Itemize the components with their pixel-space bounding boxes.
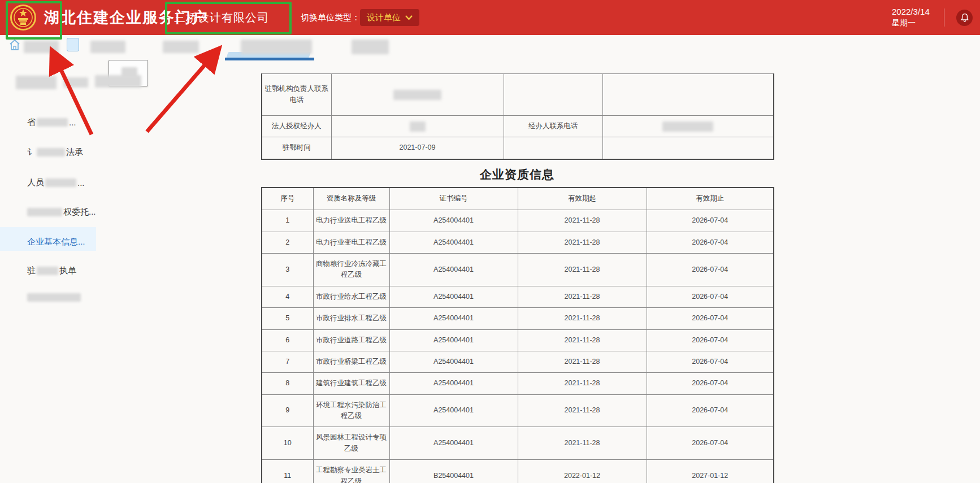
- tab-redacted-2[interactable]: [90, 41, 125, 53]
- qual-cell-cert-no: A254004401: [389, 254, 518, 286]
- table-row: 4市政行业给水工程乙级A2540044012021-11-282026-07-0…: [262, 286, 774, 307]
- qual-cell-valid-to: 2026-07-04: [647, 394, 774, 427]
- qual-cell-index: 7: [262, 351, 313, 372]
- qual-cell-name: 市政行业给水工程乙级: [313, 286, 389, 307]
- sidebar-item-label: 企业基本信息...: [27, 237, 85, 247]
- qual-cell-name: 工程勘察专业类岩土工程乙级: [313, 460, 389, 483]
- qual-cell-index: 10: [262, 427, 313, 460]
- qual-cell-cert-no: A254004401: [389, 232, 518, 253]
- qualification-column-header: 序号: [262, 188, 313, 210]
- qual-cell-name: 风景园林工程设计专项乙级: [313, 427, 389, 460]
- unit-type-dropdown[interactable]: 设计单位: [360, 9, 419, 26]
- qual-cell-index: 11: [262, 460, 313, 483]
- sidebar-item-label: 省: [27, 117, 36, 128]
- qual-cell-name: 电力行业送电工程乙级: [313, 210, 389, 232]
- company-info-table: 驻鄂机构负责人联系电话法人授权经办人经办人联系电话驻鄂时间2021-07-09: [261, 73, 774, 160]
- qual-cell-valid-from: 2021-11-28: [518, 210, 647, 232]
- weekday-value: 星期一: [892, 18, 937, 28]
- table-row: 8建筑行业建筑工程乙级A2540044012021-11-282026-07-0…: [262, 373, 774, 394]
- qual-cell-valid-from: 2021-11-28: [518, 351, 647, 372]
- table-row: 9环境工程水污染防治工程乙级A2540044012021-11-282026-0…: [262, 394, 774, 427]
- tab-redacted-4-active[interactable]: [241, 40, 312, 54]
- sidebar-header-redacted-2: [63, 77, 88, 88]
- sidebar-item-redacted: [37, 148, 65, 156]
- tab-redacted-5[interactable]: [352, 40, 389, 54]
- sidebar-item[interactable]: 权委托...: [27, 206, 96, 218]
- header-date: 2022/3/14 星期一: [892, 6, 937, 28]
- qual-cell-cert-no: B254004401: [389, 460, 518, 483]
- table-row: 1电力行业送电工程乙级A2540044012021-11-282026-07-0…: [262, 210, 774, 232]
- qual-cell-index: 8: [262, 373, 313, 394]
- qual-cell-valid-to: 2026-07-04: [647, 329, 774, 351]
- national-emblem-icon: [10, 5, 36, 31]
- info-label-cell: 驻鄂时间: [262, 137, 331, 159]
- qual-cell-name: 商物粮行业冷冻冷藏工程乙级: [313, 254, 389, 286]
- home-icon[interactable]: [8, 38, 21, 52]
- sidebar-item[interactable]: 省...: [27, 116, 76, 128]
- table-row: 2电力行业变电工程乙级A2540044012021-11-282026-07-0…: [262, 232, 774, 253]
- qual-cell-valid-from: 2021-11-28: [518, 254, 647, 286]
- qual-cell-name: 环境工程水污染防治工程乙级: [313, 394, 389, 427]
- date-value: 2022/3/14: [892, 6, 937, 18]
- info-label-cell: 驻鄂机构负责人联系电话: [262, 74, 331, 116]
- bell-icon: [960, 13, 969, 23]
- qual-cell-index: 9: [262, 394, 313, 427]
- qual-cell-index: 6: [262, 329, 313, 351]
- chevron-down-icon: [405, 15, 413, 20]
- sidebar-item-redacted: [45, 179, 76, 187]
- sidebar-item[interactable]: [27, 291, 81, 303]
- info-table-row: 法人授权经办人经办人联系电话: [262, 116, 774, 137]
- sidebar-item-label: 权委托...: [63, 207, 96, 217]
- table-row: 5市政行业排水工程乙级A2540044012021-11-282026-07-0…: [262, 308, 774, 329]
- info-value-cell: 2021-07-09: [331, 137, 504, 159]
- tab-redacted-1[interactable]: [24, 41, 59, 53]
- qual-cell-valid-from: 2021-11-28: [518, 286, 647, 307]
- qualification-column-header: 有效期止: [647, 188, 774, 210]
- qual-cell-valid-from: 2022-01-12: [518, 460, 647, 483]
- tab-redacted-3[interactable]: [163, 41, 199, 53]
- unit-type-value: 设计单位: [367, 12, 401, 23]
- info-value-cell: [331, 116, 504, 137]
- qual-cell-cert-no: A254004401: [389, 427, 518, 460]
- table-row: 7市政行业桥梁工程乙级A2540044012021-11-282026-07-0…: [262, 351, 774, 372]
- qual-cell-cert-no: A254004401: [389, 308, 518, 329]
- qual-cell-valid-from: 2021-11-28: [518, 329, 647, 351]
- sidebar-item-redacted: [27, 293, 81, 302]
- qual-cell-name: 市政行业排水工程乙级: [313, 308, 389, 329]
- info-value-cell: [602, 137, 774, 159]
- qual-cell-valid-from: 2021-11-28: [518, 394, 647, 427]
- qual-cell-valid-to: 2026-07-04: [647, 351, 774, 372]
- tab-mini-icon[interactable]: [67, 38, 79, 51]
- info-label-cell: [504, 74, 602, 116]
- info-value-cell: [331, 74, 504, 116]
- sidebar-item-active[interactable]: 企业基本信息...: [27, 236, 85, 248]
- sidebar-item[interactable]: 讠法承: [27, 146, 83, 158]
- qual-cell-name: 建筑行业建筑工程乙级: [313, 373, 389, 394]
- info-value-cell: [602, 74, 774, 116]
- qual-cell-cert-no: A254004401: [389, 351, 518, 372]
- table-row: 3商物粮行业冷冻冷藏工程乙级A2540044012021-11-282026-0…: [262, 254, 774, 286]
- sidebar-item-label: ...: [77, 178, 85, 188]
- tab-bar: [0, 35, 980, 62]
- notification-bell-button[interactable]: [956, 10, 973, 26]
- sidebar-item-redacted: [37, 118, 68, 127]
- sidebar-item-label: 执单: [59, 266, 76, 276]
- annotation-arrow-to-company-name: [147, 51, 217, 132]
- qual-cell-valid-from: 2021-11-28: [518, 373, 647, 394]
- sidebar-item[interactable]: 人员...: [27, 176, 85, 189]
- sidebar-item-label: 驻: [27, 266, 36, 276]
- qual-cell-name: 市政行业道路工程乙级: [313, 329, 389, 351]
- qualification-header-row: 序号资质名称及等级证书编号有效期起有效期止: [262, 188, 774, 210]
- qualification-table: 序号资质名称及等级证书编号有效期起有效期止 1电力行业送电工程乙级A254004…: [261, 187, 774, 483]
- qual-cell-index: 2: [262, 232, 313, 253]
- table-row: 10风景园林工程设计专项乙级A2540044012021-11-282026-0…: [262, 427, 774, 460]
- sidebar-item[interactable]: 驻执单: [27, 264, 76, 277]
- qual-cell-cert-no: A254004401: [389, 373, 518, 394]
- qualification-table-title: 企业资质信息: [261, 167, 773, 182]
- sidebar-header-redacted-1: [16, 76, 57, 89]
- qualification-column-header: 证书编号: [389, 188, 518, 210]
- info-table-row: 驻鄂时间2021-07-09: [262, 137, 774, 159]
- qual-cell-valid-to: 2026-07-04: [647, 308, 774, 329]
- qual-cell-name: 电力行业变电工程乙级: [313, 232, 389, 253]
- qual-cell-name: 市政行业桥梁工程乙级: [313, 351, 389, 372]
